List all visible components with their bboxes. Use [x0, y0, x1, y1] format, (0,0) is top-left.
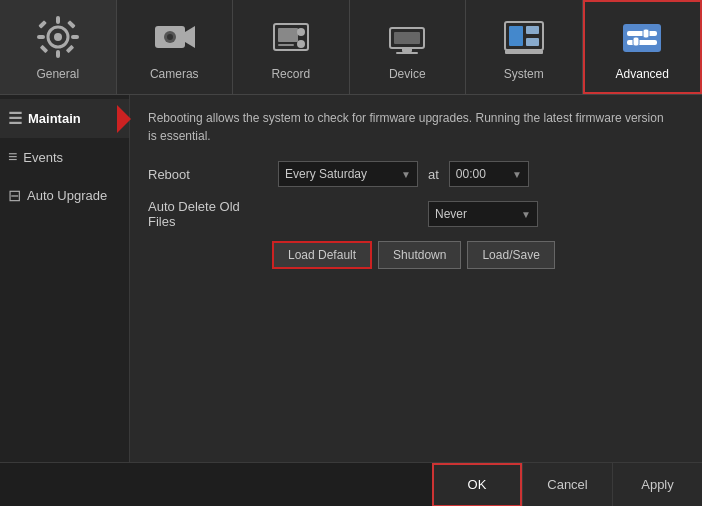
nav-advanced-label: Advanced [616, 67, 669, 81]
svg-rect-2 [56, 16, 60, 24]
time-dropdown-arrow: ▼ [512, 169, 522, 180]
reboot-dropdown-arrow: ▼ [401, 169, 411, 180]
record-icon [267, 13, 315, 61]
svg-rect-24 [509, 26, 523, 46]
svg-marker-11 [185, 26, 195, 48]
sidebar-item-events[interactable]: ≡ Events [0, 138, 129, 176]
svg-point-18 [297, 28, 305, 36]
advanced-icon [618, 13, 666, 61]
reboot-row: Reboot Every Saturday ▼ at 00:00 ▼ [148, 161, 684, 187]
svg-rect-6 [38, 20, 46, 28]
nav-device-label: Device [389, 67, 426, 81]
svg-point-1 [54, 33, 62, 41]
description-text: Rebooting allows the system to check for… [148, 109, 668, 145]
svg-rect-5 [71, 35, 79, 39]
ok-button[interactable]: OK [432, 463, 522, 507]
maintain-icon: ☰ [8, 109, 22, 128]
nav-general[interactable]: General [0, 0, 117, 94]
svg-rect-17 [278, 44, 294, 46]
svg-rect-8 [40, 45, 48, 53]
svg-point-13 [167, 34, 173, 40]
nav-record-label: Record [271, 67, 310, 81]
sidebar-item-events-label: Events [23, 150, 63, 165]
nav-advanced[interactable]: Advanced [583, 0, 703, 94]
auto-delete-select[interactable]: Never ▼ [428, 201, 538, 227]
time-select[interactable]: 00:00 ▼ [449, 161, 529, 187]
action-buttons: Load Default Shutdown Load/Save [272, 241, 684, 269]
svg-rect-15 [278, 28, 298, 42]
system-icon [500, 13, 548, 61]
svg-rect-9 [66, 45, 74, 53]
svg-rect-30 [627, 40, 657, 45]
cancel-button[interactable]: Cancel [522, 463, 612, 507]
svg-rect-7 [67, 20, 75, 28]
main-layout: ☰ Maintain ≡ Events ⊟ Auto Upgrade Reboo… [0, 95, 702, 462]
sidebar-item-auto-upgrade[interactable]: ⊟ Auto Upgrade [0, 176, 129, 215]
top-navigation: General Cameras Record [0, 0, 702, 95]
nav-cameras[interactable]: Cameras [117, 0, 234, 94]
bottom-bar: OK Cancel Apply [0, 462, 702, 506]
sidebar-item-auto-upgrade-label: Auto Upgrade [27, 188, 107, 203]
svg-rect-25 [526, 26, 539, 34]
svg-rect-29 [627, 31, 657, 36]
auto-delete-value: Never [435, 207, 467, 221]
svg-rect-3 [56, 50, 60, 58]
svg-point-16 [297, 40, 305, 48]
svg-rect-20 [394, 32, 420, 44]
svg-rect-4 [37, 35, 45, 39]
time-value: 00:00 [456, 167, 486, 181]
load-save-button[interactable]: Load/Save [467, 241, 554, 269]
auto-delete-row: Auto Delete Old Files Never ▼ [148, 199, 684, 229]
reboot-value: Every Saturday [285, 167, 367, 181]
shutdown-button[interactable]: Shutdown [378, 241, 461, 269]
events-icon: ≡ [8, 148, 17, 166]
sidebar-item-maintain-label: Maintain [28, 111, 81, 126]
nav-system-label: System [504, 67, 544, 81]
reboot-label: Reboot [148, 167, 268, 182]
device-icon [383, 13, 431, 61]
load-default-button[interactable]: Load Default [272, 241, 372, 269]
svg-rect-31 [643, 29, 649, 38]
sidebar-item-maintain[interactable]: ☰ Maintain [0, 99, 129, 138]
sidebar: ☰ Maintain ≡ Events ⊟ Auto Upgrade [0, 95, 130, 462]
nav-record[interactable]: Record [233, 0, 350, 94]
sidebar-active-arrow [117, 105, 131, 133]
nav-cameras-label: Cameras [150, 67, 199, 81]
general-icon [34, 13, 82, 61]
svg-rect-32 [633, 37, 639, 46]
auto-delete-dropdown-arrow: ▼ [521, 209, 531, 220]
svg-rect-22 [396, 52, 418, 54]
cameras-icon [150, 13, 198, 61]
nav-general-label: General [36, 67, 79, 81]
svg-rect-27 [505, 50, 543, 54]
svg-rect-21 [402, 48, 412, 52]
auto-upgrade-icon: ⊟ [8, 186, 21, 205]
svg-rect-26 [526, 38, 539, 46]
at-label: at [428, 167, 439, 182]
apply-button[interactable]: Apply [612, 463, 702, 507]
content-area: Rebooting allows the system to check for… [130, 95, 702, 462]
nav-system[interactable]: System [466, 0, 583, 94]
nav-device[interactable]: Device [350, 0, 467, 94]
svg-rect-28 [623, 24, 661, 52]
reboot-select[interactable]: Every Saturday ▼ [278, 161, 418, 187]
auto-delete-label: Auto Delete Old Files [148, 199, 268, 229]
